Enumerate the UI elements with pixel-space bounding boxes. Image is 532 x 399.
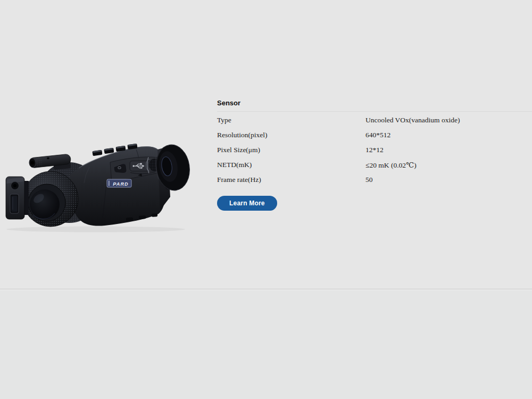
- product-overview-section: PARD: [0, 0, 532, 289]
- learn-more-button[interactable]: Learn More: [217, 196, 277, 211]
- spec-value: 12*12: [365, 146, 532, 154]
- lower-section: [0, 289, 532, 399]
- spec-label: Type: [217, 116, 365, 124]
- spec-label: Frame rate(Hz): [217, 176, 365, 184]
- brand-badge: PARD: [107, 179, 131, 187]
- spec-section-title: Sensor: [217, 99, 532, 112]
- spec-table: Type Uncooled VOx(vanadium oxide) Resolu…: [217, 112, 532, 187]
- rangefinder-module: [6, 177, 29, 219]
- brand-label: PARD: [113, 181, 129, 187]
- spec-row-netd: NETD(mK) ≤20 mK (0.02℃): [217, 157, 532, 172]
- spec-label: Pixel Size(μm): [217, 146, 365, 154]
- device-shadow: [6, 227, 185, 232]
- spec-row-pixel-size: Pixel Size(μm) 12*12: [217, 143, 532, 157]
- spec-value: Uncooled VOx(vanadium oxide): [365, 116, 532, 124]
- spec-value: ≤20 mK (0.02℃): [365, 161, 532, 170]
- spec-label: Resolution(pixel): [217, 131, 365, 139]
- spec-row-resolution: Resolution(pixel) 640*512: [217, 128, 532, 143]
- product-page: PARD: [0, 0, 532, 399]
- spec-row-type: Type Uncooled VOx(vanadium oxide): [217, 113, 532, 128]
- product-image: PARD: [0, 137, 197, 233]
- spec-label: NETD(mK): [217, 161, 365, 169]
- spec-value: 50: [365, 176, 532, 184]
- spec-panel: Sensor Type Uncooled VOx(vanadium oxide)…: [217, 99, 532, 211]
- spec-row-frame-rate: Frame rate(Hz) 50: [217, 172, 532, 187]
- spec-value: 640*512: [365, 131, 532, 139]
- objective-lens: [23, 171, 78, 227]
